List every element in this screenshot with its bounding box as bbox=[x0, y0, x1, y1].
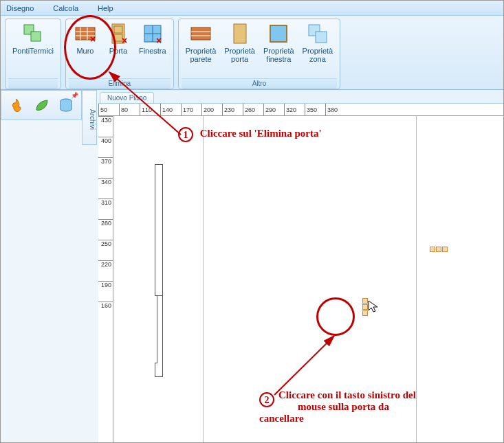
ruler-tick: 250 bbox=[98, 240, 113, 260]
wall[interactable] bbox=[155, 164, 155, 172]
delete-window-button[interactable]: × Finestra bbox=[135, 21, 171, 56]
ruler-tick: 80 bbox=[119, 104, 140, 115]
menu-disegno[interactable]: Disegno bbox=[6, 4, 34, 12]
ruler-tick: 110 bbox=[140, 104, 160, 115]
svg-rect-19 bbox=[234, 24, 246, 43]
svg-text:×: × bbox=[122, 35, 127, 45]
ruler-tick: 320 bbox=[284, 104, 305, 115]
annotation-circle-1 bbox=[64, 15, 116, 80]
guide-line bbox=[203, 116, 204, 442]
label: Proprietà bbox=[224, 47, 255, 55]
ruler-tick: 430 bbox=[98, 116, 113, 137]
ruler-tick: 380 bbox=[325, 104, 346, 115]
ruler-tick: 370 bbox=[98, 157, 113, 178]
door-symbol[interactable] bbox=[430, 247, 448, 252]
label: Finestra bbox=[139, 47, 166, 55]
menu-calcola[interactable]: Calcola bbox=[53, 4, 78, 12]
svg-rect-20 bbox=[270, 25, 287, 42]
annotation-text: Cliccare sul 'Elimina porta' bbox=[200, 128, 322, 139]
svg-rect-16 bbox=[191, 27, 210, 40]
pin-icon[interactable]: 📌 bbox=[71, 92, 78, 99]
wall-properties-button[interactable]: Proprietà parete bbox=[182, 21, 221, 65]
ruler-tick: 170 bbox=[181, 104, 201, 115]
ruler-tick: 260 bbox=[243, 104, 263, 115]
fire-icon[interactable] bbox=[9, 98, 24, 113]
step-number-1: 1 bbox=[178, 127, 193, 142]
ruler-tick: 350 bbox=[305, 104, 325, 115]
annotation-circle-2 bbox=[316, 297, 355, 336]
thermal-bridge-icon bbox=[21, 22, 45, 45]
ruler-horizontal: 5080110140170200230260290320350380 bbox=[98, 104, 503, 116]
svg-rect-1 bbox=[31, 32, 41, 41]
ruler-tick: 200 bbox=[201, 104, 222, 115]
svg-text:×: × bbox=[156, 35, 162, 45]
left-toolbar: 📌 bbox=[1, 90, 82, 120]
label: Proprietà bbox=[263, 47, 294, 55]
ruler-tick: 290 bbox=[263, 104, 284, 115]
group-label bbox=[8, 78, 58, 89]
group-label: Elimina bbox=[69, 78, 171, 89]
cursor-icon bbox=[368, 300, 380, 314]
ruler-tick: 280 bbox=[98, 219, 113, 240]
label: zona bbox=[309, 55, 326, 63]
label: Proprietà bbox=[303, 47, 333, 55]
window-frame-icon bbox=[267, 22, 290, 45]
svg-rect-22 bbox=[316, 32, 327, 43]
zone-properties-button[interactable]: Proprietà zona bbox=[298, 21, 338, 65]
ruler-tick: 140 bbox=[160, 104, 181, 115]
ribbon-group-altro: Proprietà parete Proprietà porta Proprie… bbox=[178, 19, 341, 89]
ruler-tick: 160 bbox=[98, 302, 113, 322]
step-number-2: 2 bbox=[259, 392, 274, 407]
ruler-tick: 50 bbox=[98, 104, 119, 115]
annotation-1: 1 Cliccare sul 'Elimina porta' bbox=[178, 127, 322, 142]
door-symbol-target[interactable] bbox=[362, 298, 368, 316]
annotation-text: Cliccare con il tasto sinistro del bbox=[278, 389, 416, 400]
wall-icon bbox=[189, 22, 212, 45]
window-delete-icon: × bbox=[141, 22, 164, 45]
ruler-tick: 190 bbox=[98, 281, 113, 302]
ribbon-group-ponti: PontiTermici bbox=[5, 19, 61, 89]
window-properties-button[interactable]: Proprietà finestra bbox=[259, 21, 298, 65]
group-label: Altro bbox=[182, 78, 338, 89]
menubar: Disegno Calcola Help bbox=[1, 1, 503, 16]
door-icon bbox=[228, 22, 252, 45]
database-icon[interactable] bbox=[58, 98, 74, 113]
side-tab-archivi[interactable]: Archivi bbox=[82, 90, 97, 145]
annotation-2: 2 Cliccare con il tasto sinistro del mou… bbox=[259, 389, 417, 424]
menu-help[interactable]: Help bbox=[98, 4, 113, 12]
label: PontiTermici bbox=[12, 47, 54, 55]
tab-strip: Nuovo Piano bbox=[98, 90, 503, 104]
tab-nuovo-piano[interactable]: Nuovo Piano bbox=[100, 92, 154, 103]
ponti-termici-button[interactable]: PontiTermici bbox=[8, 21, 58, 56]
label: parete bbox=[190, 55, 211, 63]
annotation-text: mouse sulla porta da cancellare bbox=[259, 401, 389, 424]
ruler-tick: 220 bbox=[98, 260, 113, 281]
label: porta bbox=[231, 55, 248, 63]
leaf-icon[interactable] bbox=[34, 98, 49, 113]
ruler-tick: 230 bbox=[222, 104, 243, 115]
label: finestra bbox=[266, 55, 291, 63]
ruler-tick: 400 bbox=[98, 137, 113, 157]
wall[interactable] bbox=[155, 164, 163, 296]
workspace: 📌 Archivi Nuovo Piano 508011014017020023… bbox=[1, 90, 503, 442]
label: Proprietà bbox=[186, 47, 217, 55]
ruler-tick: 340 bbox=[98, 178, 113, 198]
ruler-tick: 310 bbox=[98, 198, 113, 219]
ruler-vertical: 430400370340310280250220190160 bbox=[98, 116, 113, 442]
zone-icon bbox=[306, 22, 329, 45]
door-properties-button[interactable]: Proprietà porta bbox=[220, 21, 259, 65]
